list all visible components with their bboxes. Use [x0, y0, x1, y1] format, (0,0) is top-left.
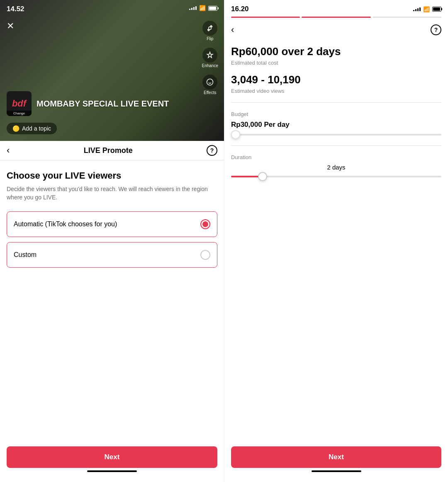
wifi-icon-left: 📶 — [199, 5, 206, 11]
enhance-icon — [202, 48, 217, 63]
budget-value: Rp30,000 Per day — [231, 121, 441, 129]
right-home-indicator — [312, 470, 361, 472]
live-badge-area: bdf Change MOMBABY SPECIAL LIVE EVENT — [7, 91, 169, 116]
right-status-bar: 16.20 📶 — [224, 0, 448, 17]
right-wifi-icon: 📶 — [423, 6, 430, 12]
progress-tab-2 — [302, 17, 370, 18]
left-panel: 14.52 📶 ✕ Flip — [0, 0, 224, 482]
budget-slider-track — [231, 134, 441, 136]
right-help-button[interactable]: ? — [431, 24, 441, 35]
left-content: Choose your LIVE viewers Decide the view… — [0, 160, 224, 440]
right-nav-bar: ‹ ? — [224, 24, 448, 42]
budget-slider-container — [231, 134, 441, 136]
views-label: Estimated video views — [231, 88, 441, 94]
right-content: Rp60,000 over 2 days Estimated total cos… — [224, 42, 448, 440]
left-nav-bar: ‹ LIVE Promote ? — [0, 141, 224, 160]
left-back-button[interactable]: ‹ — [7, 145, 10, 156]
add-topic-button[interactable]: 🟡 Add a topic — [7, 123, 57, 134]
enhance-label: Enhance — [202, 63, 218, 68]
effects-icon — [202, 75, 217, 90]
right-panel: 16.20 📶 ‹ ? Rp60,000 over 2 day — [224, 0, 448, 482]
duration-slider-container — [231, 176, 441, 177]
channel-name: MOMBABY SPECIAL LIVE EVENT — [37, 99, 169, 109]
divider-1 — [231, 102, 441, 103]
views-amount: 3,049 - 10,190 — [231, 73, 441, 86]
status-time-left: 14.52 — [7, 5, 24, 13]
left-next-container: Next — [0, 440, 224, 482]
budget-label: Budget — [231, 111, 441, 117]
status-time-right: 16.20 — [231, 5, 249, 13]
left-next-button[interactable]: Next — [7, 446, 217, 468]
right-back-button[interactable]: ‹ — [231, 24, 234, 35]
divider-2 — [231, 145, 441, 146]
camera-preview: 14.52 📶 ✕ Flip — [0, 0, 224, 141]
section-title: Choose your LIVE viewers — [7, 170, 217, 181]
right-signal-icon — [413, 7, 421, 11]
right-next-button[interactable]: Next — [231, 446, 441, 468]
svg-point-0 — [207, 79, 213, 85]
right-status-icons: 📶 — [413, 6, 441, 12]
duration-slider-thumb[interactable] — [258, 172, 267, 181]
radio-automatic-inner — [202, 221, 208, 227]
cost-amount: Rp60,000 over 2 days — [231, 45, 441, 58]
left-home-indicator — [87, 470, 137, 472]
cost-label: Estimated total cost — [231, 60, 441, 66]
flip-label: Flip — [207, 36, 213, 41]
add-topic-icon: 🟡 — [12, 125, 19, 132]
add-topic-label: Add a topic — [22, 125, 51, 132]
left-help-button[interactable]: ? — [207, 145, 217, 156]
left-nav-title: LIVE Promote — [84, 146, 133, 155]
option-automatic-label: Automatic (TikTok chooses for you) — [14, 220, 117, 228]
flip-icon — [202, 21, 217, 36]
option-custom[interactable]: Custom — [7, 242, 217, 268]
enhance-control[interactable]: Enhance — [202, 48, 218, 68]
right-next-container: Next — [224, 440, 448, 482]
change-label: Change — [7, 111, 32, 116]
duration-value: 2 days — [231, 164, 441, 171]
progress-tab-1 — [231, 17, 300, 18]
radio-automatic-selected — [200, 219, 210, 229]
right-battery-icon — [432, 7, 441, 12]
section-description: Decide the viewers that you'd like to re… — [7, 185, 217, 201]
status-icons-left: 📶 — [189, 5, 217, 11]
close-button[interactable]: ✕ — [7, 21, 14, 31]
radio-custom-unselected — [200, 250, 210, 260]
camera-controls: Flip Enhance — [202, 21, 218, 95]
duration-slider-track — [231, 176, 441, 177]
signal-icon — [189, 6, 197, 10]
battery-icon-left — [208, 6, 217, 11]
option-custom-label: Custom — [14, 251, 37, 259]
flip-control[interactable]: Flip — [202, 21, 217, 41]
budget-slider-thumb[interactable] — [231, 130, 240, 139]
progress-tab-3 — [373, 17, 441, 18]
duration-label: Duration — [231, 154, 441, 160]
channel-logo: bdf Change — [7, 91, 32, 116]
effects-label: Effects — [204, 90, 216, 95]
effects-control[interactable]: Effects — [202, 75, 217, 95]
channel-logo-text: bdf — [12, 98, 26, 109]
option-automatic[interactable]: Automatic (TikTok chooses for you) — [7, 211, 217, 237]
progress-tabs — [224, 17, 448, 18]
